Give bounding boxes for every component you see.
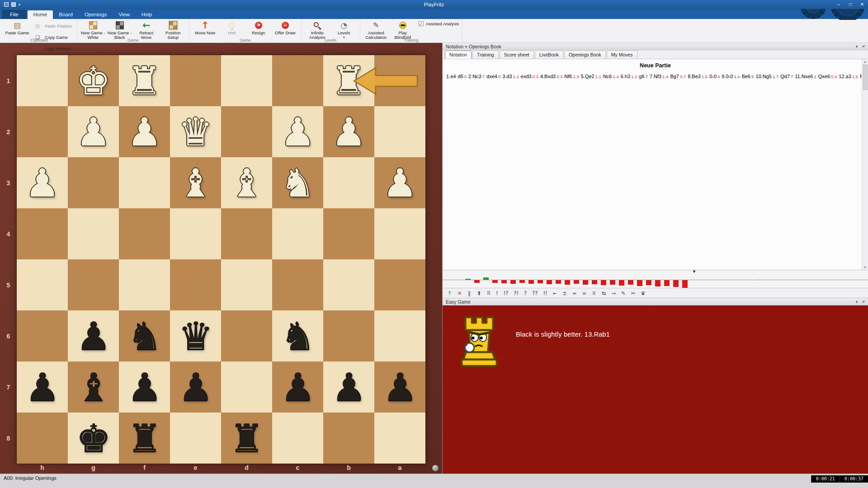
square-b2[interactable]: ♟: [323, 106, 374, 157]
square-c4[interactable]: [272, 208, 323, 259]
square-g8[interactable]: ♚: [68, 413, 119, 464]
divider-icon[interactable]: ❚: [464, 290, 474, 296]
save-icon[interactable]: [11, 2, 16, 7]
square-a2[interactable]: [374, 106, 425, 157]
overwrite-icon[interactable]: ⠿: [484, 290, 493, 296]
square-a7[interactable]: ♟: [374, 361, 425, 413]
square-a4[interactable]: [374, 208, 425, 259]
square-e7[interactable]: ♟: [170, 361, 221, 413]
square-c5[interactable]: [272, 259, 323, 310]
square-d8[interactable]: ♜: [221, 413, 272, 464]
white-better-icon[interactable]: ±: [560, 290, 570, 296]
move-exd3[interactable]: exd30.3: [521, 74, 538, 79]
square-f5[interactable]: [119, 259, 170, 310]
offer-draw-button[interactable]: =Offer Draw: [273, 20, 298, 35]
square-b4[interactable]: [323, 208, 374, 259]
eval-bar-7[interactable]: [519, 280, 525, 283]
move-now-button[interactable]: Move Now: [193, 20, 218, 35]
new-game-black-button[interactable]: New Game - Black: [107, 20, 132, 40]
close-icon[interactable]: ✕: [861, 44, 865, 49]
eval-bar-6[interactable]: [510, 280, 516, 284]
white-pawn-c2[interactable]: ♟: [272, 106, 323, 157]
good-move-icon[interactable]: !: [493, 290, 501, 296]
insert-move-icon[interactable]: ⬆: [474, 290, 484, 296]
interesting-move-icon[interactable]: !?: [501, 290, 511, 296]
play-blindfold-button[interactable]: Play Blindfold: [390, 20, 415, 40]
square-d3[interactable]: ♝: [221, 157, 272, 208]
square-e4[interactable]: [170, 208, 221, 259]
square-c6[interactable]: ♞: [272, 310, 323, 361]
square-b6[interactable]: [323, 310, 374, 361]
move-2-nc3[interactable]: 2.Nc37: [468, 74, 485, 79]
menu-file[interactable]: File: [2, 10, 26, 19]
move-10-ng5[interactable]: 10.Ng51.7: [756, 74, 779, 79]
black-pawn-f7[interactable]: ♟: [119, 361, 170, 413]
resign-button[interactable]: ⚑Resign: [246, 20, 271, 35]
white-queen-e2[interactable]: ♛: [170, 106, 221, 157]
black-pawn-c7[interactable]: ♟: [272, 361, 323, 413]
black-king-g8[interactable]: ♚: [68, 413, 119, 464]
chevron-down-icon[interactable]: ▾: [855, 44, 858, 49]
square-g7[interactable]: ♝: [68, 361, 119, 413]
board-resize-knob[interactable]: [432, 465, 439, 471]
eval-bar-11[interactable]: [556, 280, 561, 284]
white-pawn-b2[interactable]: ♟: [323, 106, 374, 157]
square-h3[interactable]: ♟: [17, 157, 68, 208]
forward-arrow-icon[interactable]: →: [609, 290, 618, 296]
square-f4[interactable]: [119, 208, 170, 259]
square-d2[interactable]: [221, 106, 272, 157]
tab-my-moves[interactable]: My Moves: [607, 51, 637, 59]
mistake-icon[interactable]: ?: [521, 290, 529, 296]
black-pawn-b7[interactable]: ♟: [323, 361, 374, 413]
white-pawn-h3[interactable]: ♟: [17, 157, 68, 208]
square-d5[interactable]: [221, 259, 272, 310]
white-bishop-e3[interactable]: ♝: [170, 157, 221, 208]
move-4-bxd3[interactable]: 4.Bxd30.3: [540, 74, 562, 79]
infinite-analysis-button[interactable]: Infinite Analysis: [305, 20, 330, 40]
eval-bar-21[interactable]: [646, 280, 651, 285]
square-f1[interactable]: ♜: [119, 55, 170, 106]
delete-variation-icon[interactable]: ✕: [455, 290, 465, 296]
square-f7[interactable]: ♟: [119, 361, 170, 413]
square-d7[interactable]: [221, 361, 272, 413]
eval-bar-20[interactable]: [637, 280, 642, 286]
move-1-e4[interactable]: 1.e4: [446, 74, 456, 79]
square-f6[interactable]: ♞: [119, 310, 170, 361]
checkbox-icon[interactable]: ✓: [419, 21, 424, 26]
move-8-be3[interactable]: 8.Be31.5: [688, 74, 708, 79]
move-11-nxe6[interactable]: 11.Nxe62: [795, 74, 816, 79]
move-9-0-0[interactable]: 9.0-01.4: [722, 74, 740, 79]
square-h5[interactable]: [17, 259, 68, 310]
evaluation-profile[interactable]: ▼: [443, 270, 868, 288]
tab-openings-book[interactable]: Openings Book: [564, 51, 606, 59]
white-bishop-d3[interactable]: ♝: [221, 157, 272, 208]
move-d5[interactable]: d50: [458, 74, 467, 79]
square-e6[interactable]: ♛: [170, 310, 221, 361]
black-pawn-g6[interactable]: ♟: [68, 310, 119, 361]
black-better-icon[interactable]: ∓: [589, 290, 599, 296]
move-0-0[interactable]: 0-04: [709, 74, 720, 79]
eval-bar-10[interactable]: [547, 280, 552, 284]
close-button[interactable]: ✕: [856, 0, 868, 9]
square-g4[interactable]: [68, 208, 119, 259]
new-game-white-button[interactable]: New Game - White: [80, 20, 106, 40]
promote-variation-icon[interactable]: ↑: [445, 290, 455, 296]
dubious-move-icon[interactable]: ?!: [511, 290, 521, 296]
square-b7[interactable]: ♟: [323, 361, 374, 413]
eval-bar-17[interactable]: [610, 280, 615, 285]
square-b5[interactable]: [323, 259, 374, 310]
square-e8[interactable]: [170, 413, 221, 464]
position-setup-button[interactable]: Position Setup: [160, 20, 186, 40]
maximize-button[interactable]: □: [844, 0, 856, 9]
eval-bar-1[interactable]: [465, 279, 471, 280]
move-g6[interactable]: g67: [639, 74, 648, 79]
square-g3[interactable]: [68, 157, 119, 208]
move-3-d3[interactable]: 3.d31.2: [502, 74, 519, 79]
white-knight-c3[interactable]: ♞: [272, 157, 323, 208]
square-c2[interactable]: ♟: [272, 106, 323, 157]
medal-icon[interactable]: ♛: [638, 290, 648, 296]
move-nc6[interactable]: Nc61.4: [603, 74, 619, 79]
eval-bar-24[interactable]: [673, 280, 679, 287]
close-icon[interactable]: ✕: [861, 300, 865, 304]
eval-bar-14[interactable]: [583, 280, 588, 285]
